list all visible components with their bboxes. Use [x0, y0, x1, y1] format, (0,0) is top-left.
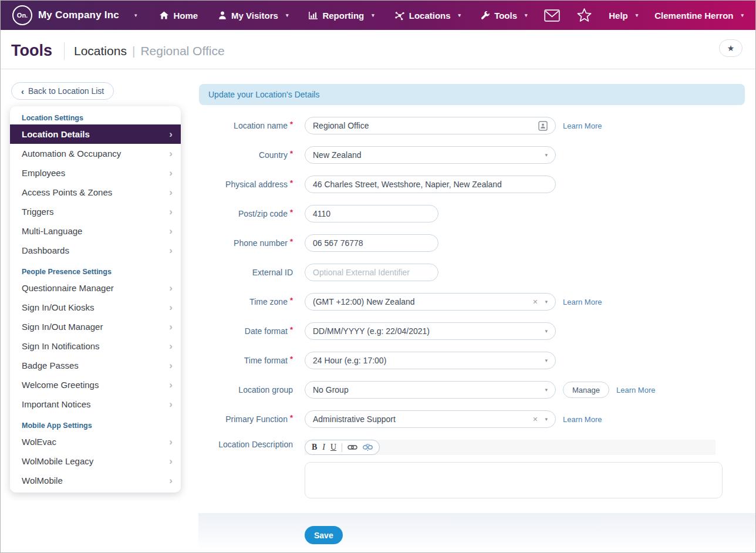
country-select[interactable]: New Zealand▾ — [305, 146, 556, 164]
nav-right: Help ▾ Clementine Herron ▾ — [544, 8, 744, 23]
field-control-phone-number — [305, 234, 438, 252]
location-group-select[interactable]: No Group▾ — [305, 381, 556, 399]
location-name-input[interactable] — [313, 121, 538, 130]
nav-item-my-visitors[interactable]: My Visitors▾ — [218, 11, 288, 21]
location-name-field[interactable] — [305, 117, 556, 134]
sidebar-item-automation-occupancy[interactable]: Automation & Occupancy› — [10, 144, 181, 163]
sidebar-item-wolmobile[interactable]: WolMobile› — [10, 471, 181, 490]
date-format-select[interactable]: DD/MM/YYYY (e.g: 22/04/2021)▾ — [305, 322, 556, 340]
learn-more-link[interactable]: Learn More — [563, 415, 602, 424]
sidebar-item-access-points-zones[interactable]: Access Points & Zones› — [10, 183, 181, 202]
sidebar-item-label: Sign In Notifications — [22, 341, 100, 351]
bold-button[interactable]: B — [312, 443, 317, 451]
underline-button[interactable]: U — [330, 443, 336, 451]
chevron-right-icon: › — [169, 379, 173, 391]
chevron-down-icon: ▾ — [525, 12, 528, 18]
nav-item-help[interactable]: Help ▾ — [609, 11, 638, 21]
sidebar-item-sign-in-notifications[interactable]: Sign In Notifications› — [10, 336, 181, 356]
field-label-text: Phone number — [234, 238, 288, 248]
learn-more-link[interactable]: Learn More — [563, 122, 602, 130]
external-id-input[interactable] — [313, 268, 430, 277]
chevron-down-icon: ▾ — [741, 12, 744, 18]
nav-item-tools[interactable]: Tools▾ — [481, 11, 527, 21]
unlink-button[interactable] — [363, 443, 373, 451]
sidebar-item-questionnaire-manager[interactable]: Questionnaire Manager› — [10, 278, 181, 298]
sidebar-group-heading: Mobile App Settings — [10, 419, 181, 432]
nav-item-label: Home — [173, 11, 198, 21]
clear-icon[interactable]: ✕ — [532, 298, 538, 306]
user-name: Clementine Herron — [654, 11, 733, 21]
sidebar-item-important-notices[interactable]: Important Notices› — [10, 394, 181, 414]
time-zone-value: (GMT +12:00) New Zealand — [313, 297, 415, 306]
sidebar-item-multi-language[interactable]: Multi-Language› — [10, 221, 181, 241]
physical-address-field[interactable] — [305, 176, 556, 193]
phone-number-field[interactable] — [305, 234, 438, 252]
form-row-physical-address: Physical address* — [199, 176, 745, 193]
star-icon — [576, 8, 592, 23]
chevron-down-icon: ▾ — [636, 12, 639, 18]
post-zip-code-input[interactable] — [313, 209, 430, 218]
sidebar-item-triggers[interactable]: Triggers› — [10, 202, 181, 221]
learn-more-link[interactable]: Learn More — [563, 298, 602, 306]
chevron-down-icon: ▾ — [545, 152, 548, 158]
favorite-star-button[interactable]: ★ — [719, 39, 743, 57]
field-label-phone-number: Phone number* — [199, 238, 293, 248]
user-menu[interactable]: Clementine Herron ▾ — [654, 11, 744, 21]
form-row-time-format: Time format*24 Hour (e.g: 17:00)▾ — [199, 352, 745, 369]
chevron-right-icon: › — [169, 225, 173, 237]
clear-icon[interactable]: ✕ — [532, 416, 538, 423]
nav-item-home[interactable]: Home — [159, 11, 198, 21]
autofill-icon — [538, 121, 548, 131]
post-zip-code-field[interactable] — [305, 205, 438, 222]
brand[interactable]: On. My Company Inc ▾ — [12, 5, 137, 25]
nav-item-locations[interactable]: Locations▾ — [394, 11, 461, 21]
field-control-date-format: DD/MM/YYYY (e.g: 22/04/2021)▾ — [305, 322, 556, 340]
sidebar-item-wolmobile-legacy[interactable]: WolMobile Legacy› — [10, 451, 181, 471]
chevron-right-icon: › — [169, 245, 173, 257]
nav-item-label: Reporting — [322, 11, 364, 21]
sidebar-group-heading: Location Settings — [10, 111, 181, 124]
physical-address-input[interactable] — [313, 180, 548, 189]
nav-item-reporting[interactable]: Reporting▾ — [308, 11, 374, 21]
field-label-text: Time format — [244, 356, 288, 365]
autofill-icon — [538, 121, 548, 131]
form-row-post-zip-code: Post/zip code* — [199, 205, 745, 222]
time-zone-select[interactable]: (GMT +12:00) New Zealand✕▾ — [305, 293, 556, 311]
external-id-field[interactable] — [305, 264, 438, 281]
breadcrumb-pipe: | — [132, 44, 135, 58]
field-label-text: Time zone — [249, 297, 288, 306]
chevron-down-icon: ▾ — [545, 358, 548, 363]
learn-more-link[interactable]: Learn More — [616, 386, 655, 394]
back-to-location-list-button[interactable]: ‹ Back to Location List — [11, 82, 114, 100]
chevron-down-icon[interactable]: ▾ — [134, 12, 137, 18]
star-icon[interactable] — [576, 8, 592, 23]
sidebar-item-badge-passes[interactable]: Badge Passes› — [10, 356, 181, 375]
location-description-textarea[interactable] — [305, 462, 723, 498]
sidebar-item-welcome-greetings[interactable]: Welcome Greetings› — [10, 375, 181, 394]
sidebar-item-dashboards[interactable]: Dashboards› — [10, 241, 181, 260]
nav-menu: HomeMy Visitors▾Reporting▾Locations▾Tool… — [159, 11, 527, 21]
primary-function-select[interactable]: Administrative Support✕▾ — [305, 410, 556, 428]
chevron-right-icon: › — [169, 167, 173, 179]
sidebar-item-location-details[interactable]: Location Details› — [10, 124, 181, 144]
save-button[interactable]: Save — [305, 526, 343, 544]
sidebar-item-sign-in-out-manager[interactable]: Sign In/Out Manager› — [10, 317, 181, 336]
company-name: My Company Inc — [38, 9, 119, 21]
mail-icon[interactable] — [544, 9, 560, 22]
sidebar-item-sign-in-out-kiosks[interactable]: Sign In/Out Kiosks› — [10, 298, 181, 317]
italic-button[interactable]: I — [322, 443, 325, 451]
required-asterisk: * — [290, 178, 293, 187]
sidebar-item-wolevac[interactable]: WolEvac› — [10, 432, 181, 451]
field-control-physical-address — [305, 176, 556, 193]
sidebar-item-label: Welcome Greetings — [22, 380, 99, 390]
manage-button[interactable]: Manage — [563, 382, 609, 398]
sidebar-item-employees[interactable]: Employees› — [10, 163, 181, 183]
location-settings-sidebar: Location SettingsLocation Details›Automa… — [10, 106, 181, 493]
chevron-right-icon: › — [169, 282, 173, 294]
on-logo: On. — [12, 5, 32, 25]
phone-number-input[interactable] — [313, 238, 430, 248]
chevron-down-icon: ▾ — [286, 12, 289, 18]
field-label-location-group: Location group — [199, 385, 293, 395]
time-format-select[interactable]: 24 Hour (e.g: 17:00)▾ — [305, 352, 556, 369]
link-button[interactable] — [347, 444, 357, 451]
